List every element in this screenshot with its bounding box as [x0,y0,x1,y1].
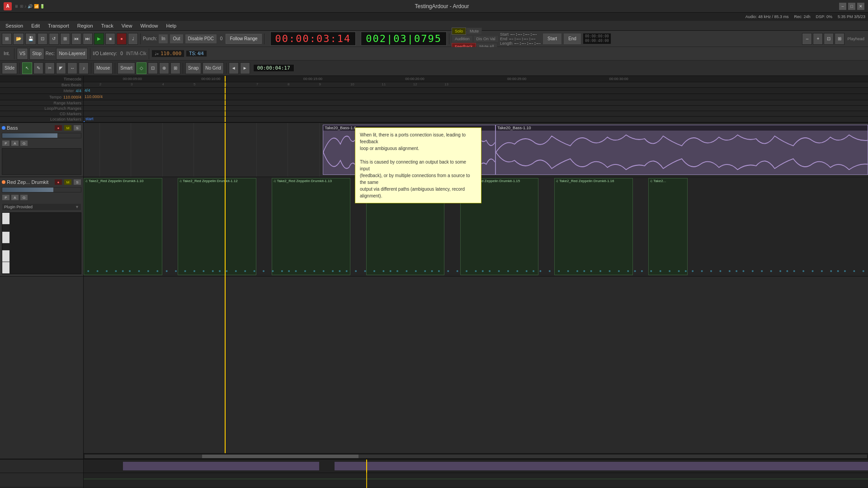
start-playback-btn[interactable]: Start [542,33,562,45]
save-btn[interactable]: 💾 [25,33,36,45]
ffwd-btn[interactable]: ⏭ [83,33,93,45]
trim-mode-btn[interactable]: ◤ [56,62,66,74]
svg-point-75 [729,270,731,272]
dis-on-val-btn[interactable]: Dis On Val [473,35,499,42]
bass-fader[interactable] [2,133,81,138]
bars-beats-header: Bars:Beats [0,82,83,88]
audition-mode-btn[interactable]: ♪ [79,62,89,74]
select-mode-btn[interactable]: ↖ [22,62,32,74]
mouse-mode-btn[interactable]: Mouse [94,62,113,74]
drum-region-1[interactable]: ♫ Take2_Red Zeppelin Drumkit-1.12 [178,178,256,275]
punch-out-btn[interactable]: Out [170,34,183,44]
punch-in-btn[interactable]: In [158,34,168,44]
cd-markers-ruler [84,111,868,117]
drum-region-6[interactable]: ♫ Take2... [648,178,688,275]
svg-point-19 [254,270,255,272]
solo-btn[interactable]: Solo [452,28,466,35]
drum-g-btn[interactable]: G [20,194,28,201]
slide-mode-btn[interactable]: Slide [2,62,17,74]
menu-help[interactable]: Help [163,22,180,29]
draw-mode-btn[interactable]: ✎ [33,62,43,74]
drum-region-0[interactable]: ♫ Take2_Red Zeppelin Drumkit-1.10 [84,178,162,275]
new-session-btn[interactable]: ⊞ [2,33,12,45]
zoom-out-btn[interactable]: – [802,33,812,45]
bass-mute-btn[interactable]: M [64,125,72,131]
punch-btn-main[interactable]: ⊞ [60,33,70,45]
drum-record-arm[interactable]: ● [54,179,62,185]
punch-zero: 0 [218,36,225,41]
svg-point-5 [129,270,131,272]
bass-a-btn[interactable]: A [11,140,19,146]
bass-track-name: Bass [7,125,53,131]
close-btn[interactable]: ✕ [857,3,864,10]
svg-point-38 [415,270,417,272]
range-tool[interactable]: ⊡ [148,62,158,74]
menu-window[interactable]: Window [137,22,161,29]
non-layered-btn[interactable]: Non-Layered [56,48,88,60]
next-marker-btn[interactable]: ► [240,62,250,74]
smart-btn[interactable]: Smart [118,62,135,74]
bass-region-2[interactable]: Take20_Bass-1.10 [495,125,868,175]
drum-a-btn[interactable]: A [11,194,19,201]
record-btn[interactable]: ● [117,33,127,45]
rewind-btn[interactable]: ⏮ [71,33,81,45]
bass-p-btn[interactable]: P [2,140,10,146]
play-btn[interactable]: ▶ [94,33,104,45]
stop-label-btn[interactable]: Stop [29,48,44,60]
zoom-in-btn[interactable]: + [813,33,823,45]
select-tool[interactable]: ◇ [137,62,146,74]
menu-session[interactable]: Session [2,22,27,29]
disable-pdc-btn[interactable]: Disable PDC [185,34,217,44]
h-scrollbar[interactable] [84,453,868,459]
drum-p-btn[interactable]: P [2,194,10,201]
drum-solo-btn[interactable]: S [73,179,81,185]
mute-btn[interactable]: Mute [467,28,482,35]
stretch-btn[interactable]: ↔ [67,62,77,74]
svg-point-12 [193,270,195,272]
drum-fader[interactable] [2,187,81,192]
plugin-expand[interactable]: ▼ [75,205,79,209]
transport-time-display[interactable]: 00:00:03:14 [270,32,356,46]
bass-solo-btn[interactable]: S [73,125,81,131]
menu-edit[interactable]: Edit [28,22,43,29]
zoom-full-btn[interactable]: ⊞ [835,33,844,45]
region-tool[interactable]: ⊞ [170,62,180,74]
bass-g-btn[interactable]: G [20,140,28,146]
scrollbar-thumb[interactable] [202,455,359,458]
stop-btn[interactable]: ■ [105,33,115,45]
scrollbar-track[interactable] [85,455,867,458]
bass-region-2-label: Take20_Bass-1.10 [496,125,868,131]
sep1 [140,33,141,44]
snap-mode-btn[interactable]: Snap [185,62,201,74]
grid-btn[interactable]: No Grid [203,62,223,74]
vs-btn[interactable]: VS [17,48,28,60]
prev-marker-btn[interactable]: ◄ [229,62,239,74]
end-playback-btn[interactable]: End [563,33,581,45]
menu-view[interactable]: View [118,22,136,29]
mini-drum-track [84,473,868,487]
follow-range-btn[interactable]: Follow Range [226,34,261,44]
open-btn[interactable]: 📂 [13,33,24,45]
mini-drum-header [0,473,83,487]
fit-btn[interactable]: ⊡ [824,33,834,45]
cut-mode-btn[interactable]: ✂ [45,62,55,74]
menu-transport[interactable]: Transport [44,22,73,29]
bbt-display[interactable]: 002|03|0795 [361,32,447,46]
bass-record-arm[interactable]: ● [54,125,62,131]
loop-btn[interactable]: ↺ [49,33,59,45]
dsp-info: DSP: 0% [816,14,832,19]
minimize-btn[interactable]: – [839,3,846,10]
menu-track[interactable]: Track [98,22,117,29]
audition-btn[interactable]: Audition [452,35,473,42]
drum-region-2[interactable]: ♫ Take2_Red Zeppelin Drumkit-1.13 [272,178,350,275]
maximize-btn[interactable]: □ [848,3,855,10]
drum-region-5[interactable]: ♫ Take2_Red Zeppelin Drumkit-1.16 [554,178,633,275]
metronome-btn[interactable]: ♩ [128,33,138,45]
zoom-tool[interactable]: ⊕ [159,62,169,74]
drum-mute-btn[interactable]: M [64,179,72,185]
io-zero: 0 [118,51,125,56]
svg-point-17 [235,270,237,272]
svg-point-78 [752,270,754,272]
snap-btn[interactable]: ⊡ [38,33,47,45]
menu-region[interactable]: Region [74,22,97,29]
